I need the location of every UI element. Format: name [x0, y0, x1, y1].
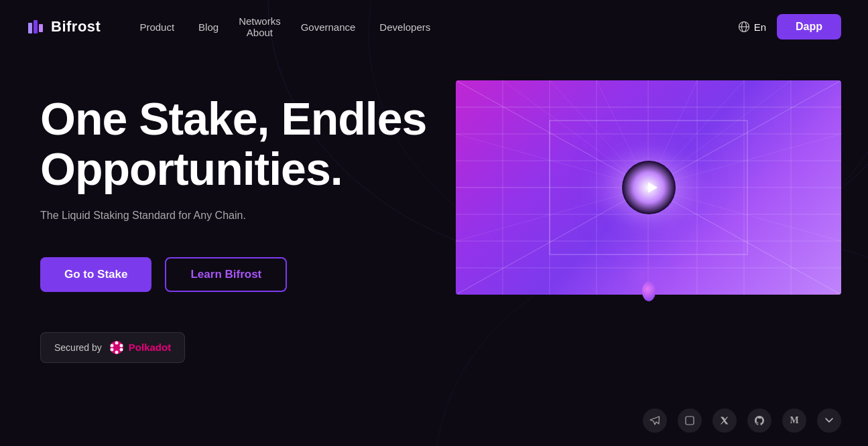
nav-group-networks-about[interactable]: Networks About — [231, 13, 289, 41]
play-icon — [648, 182, 658, 193]
nav-links: Product Blog Networks About Governance D… — [127, 13, 737, 41]
logo-text: Bifrost — [51, 18, 101, 35]
hero-title: One Stake, Endles Opportunities. — [40, 94, 429, 194]
hero-video-frame[interactable] — [456, 80, 841, 295]
svg-rect-3 — [28, 23, 32, 33]
nav-about-label: About — [247, 27, 273, 38]
nav-right: En Dapp — [738, 14, 841, 40]
hero-title-line2: Opportunities. — [40, 143, 343, 194]
telegram-icon[interactable] — [643, 408, 667, 433]
decorative-ball — [642, 281, 656, 301]
navbar: Bifrost Product Blog Networks About Gove… — [0, 0, 868, 54]
nav-networks-label: Networks — [239, 15, 281, 27]
nav-item-developers[interactable]: Developers — [367, 16, 442, 38]
nav-item-governance[interactable]: Governance — [289, 16, 368, 38]
hero-title-line1: One Stake, Endles — [40, 93, 426, 144]
hero-buttons: Go to Stake Learn Bifrost — [40, 257, 429, 292]
secured-by-label: Secured by — [54, 342, 102, 353]
github-icon[interactable] — [747, 408, 771, 433]
polkadot-logo: Polkadot — [109, 340, 171, 356]
svg-point-13 — [119, 344, 123, 347]
svg-rect-5 — [39, 24, 43, 32]
scroll-down-button[interactable] — [817, 408, 841, 433]
nav-item-blog[interactable]: Blog — [186, 16, 231, 38]
nav-item-product[interactable]: Product — [127, 16, 186, 38]
dapp-button[interactable]: Dapp — [777, 14, 841, 40]
secured-badge: Secured by Polkadot — [40, 332, 185, 363]
bifrost-logo-icon — [27, 17, 46, 36]
go-to-stake-button[interactable]: Go to Stake — [40, 257, 151, 292]
orb-shadow — [629, 268, 669, 281]
svg-rect-4 — [34, 20, 38, 33]
polkadot-logo-icon — [109, 340, 125, 356]
discord-icon[interactable] — [678, 408, 702, 433]
lang-label: En — [754, 21, 766, 33]
hero-orb — [622, 161, 676, 214]
social-bar: M — [643, 408, 841, 433]
globe-icon — [738, 21, 750, 33]
svg-rect-47 — [686, 417, 694, 425]
hero-subtitle: The Liquid Staking Standard for Any Chai… — [40, 208, 429, 224]
medium-icon[interactable]: M — [782, 408, 806, 433]
hero-right — [429, 80, 868, 295]
polkadot-label: Polkadot — [129, 342, 171, 353]
language-button[interactable]: En — [738, 21, 766, 33]
svg-point-14 — [110, 348, 113, 351]
svg-point-12 — [110, 344, 113, 347]
hero-section: One Stake, Endles Opportunities. The Liq… — [0, 54, 868, 446]
svg-point-11 — [115, 350, 118, 354]
twitter-icon[interactable] — [712, 408, 737, 433]
svg-point-10 — [115, 341, 118, 344]
logo[interactable]: Bifrost — [27, 17, 101, 36]
svg-point-15 — [119, 348, 123, 351]
hero-left: One Stake, Endles Opportunities. The Liq… — [40, 80, 429, 363]
learn-bifrost-button[interactable]: Learn Bifrost — [165, 257, 287, 292]
